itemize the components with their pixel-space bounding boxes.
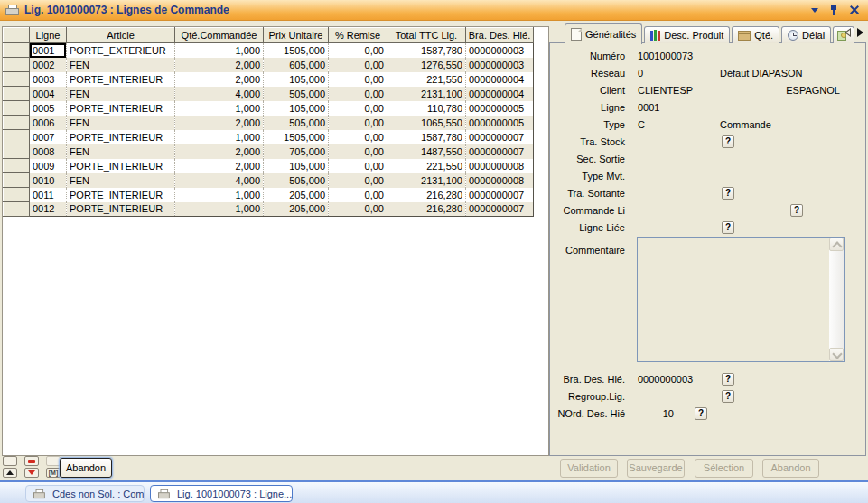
cell-article[interactable]: FEN (67, 87, 175, 101)
validation-button[interactable]: Validation (560, 459, 618, 478)
cell-qte[interactable]: 2,000 (175, 72, 264, 87)
help-button[interactable]: ? (722, 390, 734, 403)
cell-total[interactable]: 110,780 (387, 101, 466, 116)
taskbar-tab-cdes-non-sol[interactable]: Cdes non Sol. : Comma... (25, 485, 145, 502)
nav-up-button[interactable] (3, 468, 17, 478)
row-selector[interactable] (4, 116, 30, 130)
cell-ligne[interactable]: 0001 (30, 43, 67, 58)
cell-ligne[interactable]: 0003 (30, 72, 67, 87)
cell-article[interactable]: PORTE_INTERIEUR (67, 202, 175, 217)
cell-prix[interactable]: 105,000 (264, 159, 329, 173)
cell-article[interactable]: PORTE_INTERIEUR (67, 101, 175, 116)
cell-bra[interactable]: 0000000007 (466, 188, 534, 202)
cell-remise[interactable]: 0,00 (329, 72, 387, 87)
tab-scroll-left-icon[interactable] (845, 28, 851, 37)
nav-goto-button[interactable]: [M] (46, 468, 61, 478)
row-selector[interactable] (4, 72, 30, 87)
table-row[interactable]: 0010 FEN 4,000 505,000 0,00 2131,100 000… (4, 173, 534, 188)
tab-delai[interactable]: Délai (781, 26, 831, 43)
cell-total[interactable]: 1276,550 (387, 58, 466, 72)
cell-ligne[interactable]: 0012 (30, 202, 67, 217)
cell-qte[interactable]: 1,000 (175, 130, 264, 144)
taskbar-tab-lignes-commande[interactable]: Lig. 1001000073 : Ligne... (150, 485, 293, 502)
cell-qte[interactable]: 2,000 (175, 144, 264, 159)
cell-total[interactable]: 1587,780 (387, 130, 466, 144)
row-selector[interactable] (4, 130, 30, 144)
cell-qte[interactable]: 2,000 (175, 58, 264, 72)
table-row[interactable]: 0009 PORTE_INTERIEUR 2,000 105,000 0,00 … (4, 159, 534, 173)
cell-article[interactable]: FEN (67, 116, 175, 130)
tab-generalites[interactable]: Généralités (565, 23, 642, 44)
table-row[interactable]: 0005 PORTE_INTERIEUR 1,000 105,000 0,00 … (4, 101, 534, 116)
cell-total[interactable]: 221,550 (387, 72, 466, 87)
cell-prix[interactable]: 505,000 (264, 87, 329, 101)
cell-remise[interactable]: 0,00 (329, 101, 387, 116)
cell-total[interactable]: 1487,550 (387, 144, 466, 159)
close-icon[interactable] (850, 5, 859, 14)
row-selector[interactable] (4, 144, 30, 159)
cell-total[interactable]: 1587,780 (387, 43, 466, 58)
cell-qte[interactable]: 2,000 (175, 159, 264, 173)
nav-delete-line-button[interactable] (24, 456, 39, 466)
table-row[interactable]: 0008 FEN 2,000 705,000 0,00 1487,550 000… (4, 144, 534, 159)
cell-remise[interactable]: 0,00 (329, 116, 387, 130)
cell-prix[interactable]: 205,000 (264, 202, 329, 217)
cell-qte[interactable]: 1,000 (175, 43, 264, 58)
cell-bra[interactable]: 0000000008 (466, 159, 534, 173)
cell-article[interactable]: PORTE_INTERIEUR (67, 159, 175, 173)
cell-prix[interactable]: 505,000 (264, 173, 329, 188)
cell-ligne[interactable]: 0009 (30, 159, 67, 173)
cell-bra[interactable]: 0000000005 (466, 116, 534, 130)
collapse-icon[interactable] (811, 8, 818, 13)
cell-ligne[interactable]: 0006 (30, 116, 67, 130)
cell-remise[interactable]: 0,00 (329, 144, 387, 159)
abandon-disabled-button[interactable]: Abandon (762, 459, 819, 478)
table-row[interactable]: 0002 FEN 2,000 605,000 0,00 1276,550 000… (4, 58, 534, 72)
cell-bra[interactable]: 0000000003 (466, 43, 534, 58)
cell-ligne[interactable]: 0004 (30, 87, 67, 101)
help-button[interactable]: ? (790, 204, 803, 217)
window-titlebar[interactable]: Lig. 1001000073 : Lignes de Commande (0, 0, 868, 21)
help-button[interactable]: ? (722, 187, 734, 200)
cell-bra[interactable]: 0000000007 (466, 202, 534, 217)
cell-prix[interactable]: 105,000 (264, 101, 329, 116)
row-selector[interactable] (4, 87, 30, 101)
cell-prix[interactable]: 605,000 (264, 58, 329, 72)
row-selector[interactable] (4, 159, 30, 173)
cell-ligne[interactable]: 0007 (30, 130, 67, 144)
cell-remise[interactable]: 0,00 (329, 159, 387, 173)
help-button[interactable]: ? (695, 407, 707, 420)
tab-scroll-right-icon[interactable] (857, 28, 863, 37)
nav-blank-button[interactable] (3, 456, 17, 466)
cell-total[interactable]: 2131,100 (387, 87, 466, 101)
cell-bra[interactable]: 0000000008 (466, 173, 534, 188)
cell-prix[interactable]: 105,000 (264, 72, 329, 87)
row-selector[interactable] (4, 43, 30, 58)
cell-article[interactable]: PORTE_INTERIEUR (67, 188, 175, 202)
cell-remise[interactable]: 0,00 (329, 188, 387, 202)
nav-down-button[interactable] (24, 468, 39, 478)
cell-bra[interactable]: 0000000003 (466, 58, 534, 72)
sauvegarde-button[interactable]: Sauvegarde (627, 459, 685, 478)
cell-bra[interactable]: 0000000004 (466, 72, 534, 87)
cell-qte[interactable]: 4,000 (175, 173, 264, 188)
cell-total[interactable]: 1065,550 (387, 116, 466, 130)
table-row[interactable]: 0003 PORTE_INTERIEUR 2,000 105,000 0,00 … (4, 72, 534, 87)
cell-ligne[interactable]: 0011 (30, 188, 67, 202)
cell-article[interactable]: FEN (67, 58, 175, 72)
row-selector[interactable] (4, 173, 30, 188)
row-selector[interactable] (4, 101, 30, 116)
row-selector[interactable] (4, 188, 30, 202)
cell-qte[interactable]: 4,000 (175, 87, 264, 101)
cell-remise[interactable]: 0,00 (329, 87, 387, 101)
cell-qte[interactable]: 2,000 (175, 116, 264, 130)
cell-article[interactable]: FEN (67, 144, 175, 159)
cell-total[interactable]: 2131,100 (387, 173, 466, 188)
cell-ligne[interactable]: 0002 (30, 58, 67, 72)
help-button[interactable]: ? (722, 135, 734, 148)
cell-bra[interactable]: 0000000007 (466, 130, 534, 144)
abandon-button[interactable]: Abandon (60, 458, 112, 478)
cell-remise[interactable]: 0,00 (329, 173, 387, 188)
cell-qte[interactable]: 1,000 (175, 202, 264, 217)
help-button[interactable]: ? (722, 221, 734, 234)
